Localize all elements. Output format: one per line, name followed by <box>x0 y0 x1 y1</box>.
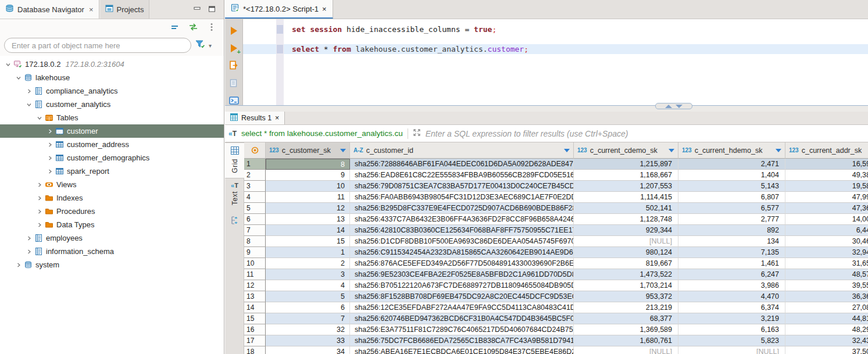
column-dropdown-icon[interactable] <box>564 149 570 152</box>
row-number[interactable]: 1 <box>244 159 266 170</box>
cell-c_current_cdemo_sk[interactable]: 68,377 <box>574 313 678 324</box>
tree-item-tables[interactable]: Tables <box>0 111 224 124</box>
cell-c_current_hdemo_sk[interactable]: 1,461 <box>678 258 785 269</box>
tab-grid-view[interactable]: Grid <box>225 142 244 178</box>
cell-c_customer_sk[interactable]: 8 <box>266 159 350 170</box>
splitter-up-icon[interactable] <box>665 105 672 108</box>
cell-c_current_cdemo_sk[interactable]: 1,215,897 <box>574 159 678 170</box>
cell-c_customer_sk[interactable]: 1 <box>266 247 350 258</box>
cell-c_customer_id[interactable]: sha256:FA0ABB6943B98054FC31D12D3E3AEC689… <box>350 192 574 203</box>
tab-text-view[interactable]: «T Text <box>225 178 244 211</box>
chevron-right-icon[interactable] <box>14 262 23 268</box>
cell-c_current_hdemo_sk[interactable]: 5,143 <box>678 181 785 192</box>
cell-c_customer_id[interactable]: sha256:B295D8FC337E9E4FECD0725D907ACD6B6… <box>350 203 574 214</box>
chevron-right-icon[interactable] <box>35 222 44 228</box>
cell-c_customer_id[interactable]: sha256:620746BED947362BCD6CF31B0A4C547DD… <box>350 313 574 324</box>
tab-script-1[interactable]: *<172.18.0.2> Script-1 × <box>225 0 333 19</box>
row-number[interactable]: 9 <box>244 247 266 258</box>
tree-item-172-18-0-2[interactable]: 172.18.0.2172.18.0.2:31604 <box>0 58 224 71</box>
sql-console-icon[interactable] <box>228 95 239 105</box>
explain-plan-icon[interactable] <box>228 78 239 88</box>
tree-item-views[interactable]: Views <box>0 178 224 191</box>
cell-c_customer_sk[interactable]: 14 <box>266 225 350 236</box>
chevron-right-icon[interactable] <box>35 209 44 214</box>
cell-c_customer_sk[interactable]: 34 <box>266 346 350 354</box>
cell-c_customer_sk[interactable]: 10 <box>266 181 350 192</box>
chevron-right-icon[interactable] <box>45 155 55 161</box>
link-with-editor-icon[interactable] <box>188 22 198 33</box>
column-header-c_current_cdemo_sk[interactable]: 123c_current_cdemo_sk <box>574 142 678 159</box>
cell-c_current_addr_sk[interactable]: 19,58 <box>785 181 868 192</box>
column-dropdown-icon[interactable] <box>669 149 674 152</box>
cell-c_current_hdemo_sk[interactable]: 7,135 <box>678 247 785 258</box>
tree-item-information-schema[interactable]: information_schema <box>0 245 224 258</box>
cell-c_customer_sk[interactable]: 9 <box>266 170 350 181</box>
column-dropdown-icon[interactable] <box>776 149 781 152</box>
tree-item-spark-report[interactable]: spark_report <box>0 165 224 178</box>
cell-c_current_cdemo_sk[interactable]: 213,219 <box>574 302 678 313</box>
splitter-grabber[interactable] <box>655 103 692 109</box>
cell-c_customer_sk[interactable]: 4 <box>266 280 350 291</box>
cell-c_current_cdemo_sk[interactable]: 1,207,553 <box>574 181 678 192</box>
cell-c_current_addr_sk[interactable]: 47,99 <box>785 192 868 203</box>
chevron-down-icon[interactable] <box>3 62 13 67</box>
cell-c_current_addr_sk[interactable]: 49,38 <box>785 170 868 181</box>
cell-c_current_cdemo_sk[interactable]: 1,680,761 <box>574 335 678 346</box>
row-number[interactable]: 3 <box>244 181 266 192</box>
row-number[interactable]: 11 <box>244 269 266 280</box>
cell-c_customer_id[interactable]: sha256:75DC7FCB6686EDA72565C1B838CA7FC43… <box>350 335 574 346</box>
cell-c_current_addr_sk[interactable]: 30,46 <box>785 236 868 247</box>
cell-c_current_cdemo_sk[interactable]: 502,141 <box>574 203 678 214</box>
cell-c_customer_sk[interactable]: 3 <box>266 269 350 280</box>
row-number[interactable]: 13 <box>244 291 266 302</box>
cell-c_customer_id[interactable]: sha256:EAD8E61C8C22E555834FBBA9B60556CB2… <box>350 170 574 181</box>
execute-statement-icon[interactable] <box>228 26 239 35</box>
cell-c_customer_id[interactable]: sha256:D1CDF8DBB10F500EA9693C86DE6DEAA05… <box>350 236 574 247</box>
cell-c_current_hdemo_sk[interactable]: 2,777 <box>678 214 785 225</box>
cell-c_current_hdemo_sk[interactable]: 4,470 <box>678 291 785 302</box>
row-number[interactable]: 18 <box>244 346 266 354</box>
cell-c_customer_id[interactable]: sha256:B705122120A673FC7DE6889727DB11809… <box>350 280 574 291</box>
cell-c_customer_id[interactable]: sha256:79D08751C3EA7C83BA57D177E00413D0C… <box>350 181 574 192</box>
chevron-right-icon[interactable] <box>45 142 55 148</box>
cell-c_current_cdemo_sk[interactable]: 929,344 <box>574 225 678 236</box>
tree-item-system[interactable]: system <box>0 258 224 271</box>
cell-c_current_hdemo_sk[interactable]: 892 <box>678 225 785 236</box>
cell-c_current_hdemo_sk[interactable]: 134 <box>678 236 785 247</box>
tree-item-customer-analytics[interactable]: customer_analytics <box>0 98 224 111</box>
cell-c_current_cdemo_sk[interactable]: 1,168,667 <box>574 170 678 181</box>
cell-c_customer_sk[interactable]: 13 <box>266 214 350 225</box>
chevron-right-icon[interactable] <box>24 88 34 94</box>
cell-c_current_addr_sk[interactable]: 44,81 <box>785 313 868 324</box>
column-dropdown-icon[interactable] <box>340 149 346 152</box>
cell-c_current_cdemo_sk[interactable]: 1,128,748 <box>574 214 678 225</box>
tree-item-employees[interactable]: employees <box>0 231 224 245</box>
cell-c_customer_sk[interactable]: 15 <box>266 236 350 247</box>
cell-c_customer_id[interactable]: sha256:9E52303CE4FBA2E2F0525E8A5BFBD2C1A… <box>350 269 574 280</box>
cell-c_customer_sk[interactable]: 7 <box>266 313 350 324</box>
chevron-down-icon[interactable]: ▾ <box>209 42 212 49</box>
cell-c_customer_id[interactable]: sha256:ABEA16E7E1ECBDCA6E01CE1095D84E37C… <box>350 346 574 354</box>
chevron-right-icon[interactable] <box>24 249 34 255</box>
cell-c_current_hdemo_sk[interactable]: [NULL] <box>678 346 785 354</box>
cell-c_current_hdemo_sk[interactable]: 1,404 <box>678 170 785 181</box>
cell-c_current_hdemo_sk[interactable]: 3,986 <box>678 280 785 291</box>
row-number[interactable]: 14 <box>244 302 266 313</box>
cell-c_current_cdemo_sk[interactable]: 953,372 <box>574 291 678 302</box>
chevron-down-icon[interactable] <box>14 75 23 81</box>
close-icon[interactable]: × <box>89 5 94 14</box>
chevron-down-icon[interactable] <box>35 115 44 121</box>
grid-corner-button[interactable] <box>244 142 266 159</box>
chevron-right-icon[interactable] <box>24 235 34 241</box>
cell-c_customer_sk[interactable]: 11 <box>266 192 350 203</box>
cell-c_current_hdemo_sk[interactable]: 3,219 <box>678 313 785 324</box>
tree-item-indexes[interactable]: Indexes <box>0 191 224 205</box>
execute-new-tab-icon[interactable]: + <box>228 43 239 53</box>
row-number[interactable]: 16 <box>244 324 266 335</box>
cell-c_customer_id[interactable]: sha256:8F1528BB708DF69EB475DC92A8C20EC44… <box>350 291 574 302</box>
cell-c_customer_sk[interactable]: 32 <box>266 324 350 335</box>
row-number[interactable]: 17 <box>244 335 266 346</box>
tree-item-lakehouse[interactable]: lakehouse <box>0 71 224 84</box>
editor-results-splitter[interactable] <box>225 105 868 112</box>
cell-c_current_addr_sk[interactable]: 32,43 <box>785 335 868 346</box>
